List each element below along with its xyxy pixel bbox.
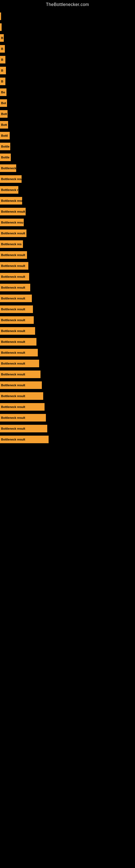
bar-row: Bottleneck result [0, 369, 135, 380]
bar-item: B [0, 67, 6, 74]
bar-item [0, 12, 1, 20]
bar-item: Bott [0, 121, 8, 129]
bar-row: Bott [0, 108, 135, 119]
bars-container: BBBBBBoBotBottBottBottlBottleBottleBottl… [0, 8, 135, 447]
bar-item: Bottleneck res [0, 240, 23, 248]
bar-item: Bottl [0, 132, 10, 140]
bar-row: Bottleneck result [0, 293, 135, 304]
bar-row: Bottle [0, 152, 135, 163]
bar-item: Bottleneck resu [0, 175, 21, 183]
bar-item: Bottleneck result [0, 425, 47, 432]
bar-item: Bottleneck result [0, 360, 39, 367]
bar-item [0, 23, 2, 31]
bar-row: Bottleneck result [0, 412, 135, 423]
bar-item: Bottleneck result [0, 436, 49, 443]
bar-row: Bottleneck result [0, 380, 135, 391]
bar-item: Bottleneck result [0, 349, 38, 356]
bar-item: Bottleneck result [0, 403, 45, 411]
bar-row: Bottleneck result [0, 206, 135, 217]
bar-row: Bottleneck result [0, 423, 135, 434]
bar-row: Bottleneck result [0, 271, 135, 282]
bar-item: Bottle [0, 143, 10, 150]
bar-item: Bottleneck result [0, 294, 32, 302]
bar-item: Bottleneck result [0, 327, 35, 335]
bar-row: Bottleneck res [0, 239, 135, 250]
bar-item: Bottleneck result [0, 381, 42, 389]
bar-row: Bottleneck result [0, 228, 135, 239]
bar-row: Bottleneck result [0, 358, 135, 369]
bar-item: Bottleneck resu [0, 197, 22, 205]
bar-row: Bottleneck result [0, 315, 135, 326]
bar-item: Bo [0, 88, 6, 96]
bar-row: Bottleneck result [0, 304, 135, 315]
bar-item: Bot [0, 99, 7, 107]
bar-row: B [0, 76, 135, 87]
bar-item: Bottleneck result [0, 414, 46, 422]
bar-row: Bot [0, 98, 135, 108]
bar-item: Bottleneck [0, 164, 16, 172]
bar-item: Bottleneck result [0, 273, 29, 280]
bar-row: Bottleneck result [0, 250, 135, 260]
bar-row: Bottleneck result [0, 326, 135, 336]
bar-item: Bottleneck result [0, 251, 27, 259]
bar-row: Bo [0, 87, 135, 98]
bar-item: B [0, 45, 5, 53]
bar-row [0, 11, 135, 22]
bar-item: Bottleneck result [0, 338, 37, 346]
bar-item: B [0, 56, 5, 63]
bar-row: Bottleneck resu [0, 174, 135, 184]
bar-item: Bottleneck r [0, 186, 18, 194]
bar-item: B [0, 78, 5, 85]
bar-item: Bott [0, 110, 8, 118]
bar-item: Bottleneck result [0, 392, 43, 400]
bar-item: Bottleneck result [0, 229, 27, 237]
bar-row: B [0, 43, 135, 54]
bar-row: Bottleneck result [0, 347, 135, 358]
bar-row: Bottleneck result [0, 282, 135, 293]
bar-item: Bottleneck result [0, 305, 33, 313]
bar-item: Bottleneck result [0, 284, 30, 291]
bar-row: B [0, 33, 135, 43]
bar-row: Bottleneck resu [0, 217, 135, 228]
bar-row [0, 22, 135, 33]
bar-row: Bottleneck resu [0, 195, 135, 206]
bar-row: Bottleneck result [0, 260, 135, 271]
bar-item: Bottleneck result [0, 208, 26, 215]
bar-item: B [0, 34, 4, 42]
bar-row: Bottl [0, 130, 135, 141]
bar-item: Bottle [0, 154, 11, 161]
bar-row: B [0, 54, 135, 65]
bar-row: Bottleneck result [0, 336, 135, 347]
bar-row: B [0, 65, 135, 76]
bar-item: Bottleneck result [0, 262, 28, 270]
bar-row: Bottleneck [0, 163, 135, 174]
bar-item: Bottleneck result [0, 316, 34, 324]
bar-row: Bottleneck result [0, 434, 135, 445]
bar-row: Bottleneck result [0, 401, 135, 412]
bar-item: Bottleneck result [0, 371, 41, 378]
bar-item: Bottleneck resu [0, 219, 24, 226]
bar-row: Bottleneck r [0, 184, 135, 195]
site-title: TheBottlenecker.com [0, 0, 135, 8]
bar-row: Bottle [0, 141, 135, 152]
bar-row: Bottleneck result [0, 391, 135, 401]
bar-row: Bott [0, 119, 135, 130]
